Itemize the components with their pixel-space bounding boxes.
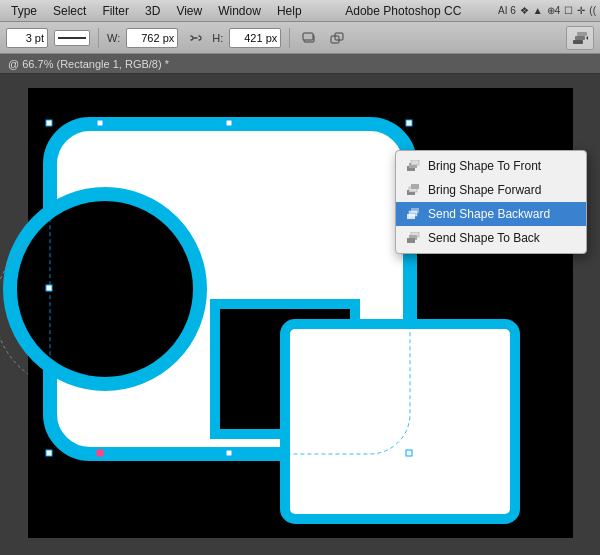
svg-rect-32 (407, 214, 415, 219)
width-label: W: (107, 32, 120, 44)
stroke-input[interactable] (6, 28, 48, 48)
send-shape-backward-item[interactable]: Send Shape Backward (396, 202, 586, 226)
arrange-icon (572, 30, 588, 46)
bring-front-icon (406, 158, 422, 174)
display-icon: ☐ (564, 5, 573, 16)
ai-icon: AI 6 (498, 5, 516, 16)
svg-rect-15 (46, 120, 52, 126)
svg-rect-5 (575, 36, 585, 40)
canvas-area: Bring Shape To Front Bring Shape Forward (0, 74, 600, 555)
app-title: Adobe Photoshop CC (311, 4, 497, 18)
link-icon (188, 31, 202, 45)
menu-view[interactable]: View (169, 2, 209, 20)
merge-icon (330, 31, 344, 45)
send-backward-label: Send Shape Backward (428, 207, 550, 221)
menu-filter[interactable]: Filter (95, 2, 136, 20)
bring-shape-to-front-item[interactable]: Bring Shape To Front (396, 154, 586, 178)
svg-rect-29 (411, 184, 419, 189)
height-input[interactable] (229, 28, 281, 48)
arrange-button[interactable] (566, 26, 594, 50)
separator-1 (98, 28, 99, 48)
link-dimensions-button[interactable] (184, 27, 206, 49)
menu-help[interactable]: Help (270, 2, 309, 20)
svg-rect-21 (46, 285, 52, 291)
svg-rect-26 (411, 160, 419, 165)
separator-2 (289, 28, 290, 48)
send-back-icon (406, 230, 422, 246)
svg-marker-7 (586, 36, 588, 40)
document-tab[interactable]: @ 66.7% (Rectangle 1, RGB/8) * (0, 54, 600, 74)
menu-3d[interactable]: 3D (138, 2, 167, 20)
svg-rect-4 (573, 40, 583, 44)
menu-window[interactable]: Window (211, 2, 268, 20)
svg-rect-6 (577, 32, 587, 36)
bring-front-label: Bring Shape To Front (428, 159, 541, 173)
document-tab-label: @ 66.7% (Rectangle 1, RGB/8) * (8, 58, 169, 70)
arrange-context-menu: Bring Shape To Front Bring Shape Forward (395, 150, 587, 254)
move-icon: ✛ (577, 5, 585, 16)
send-shape-to-back-item[interactable]: Send Shape To Back (396, 226, 586, 250)
send-backward-icon (406, 206, 422, 222)
wifi-icon: (( (589, 5, 596, 16)
drive-icon: ▲ (533, 5, 543, 16)
stroke-preview[interactable] (54, 30, 90, 46)
bring-forward-icon (406, 182, 422, 198)
svg-rect-35 (407, 238, 415, 243)
svg-rect-18 (406, 450, 412, 456)
svg-rect-13 (285, 324, 515, 519)
path-new-layer-button[interactable] (298, 27, 320, 49)
svg-rect-17 (46, 450, 52, 456)
width-input[interactable] (126, 28, 178, 48)
svg-rect-22 (97, 450, 103, 456)
svg-rect-1 (303, 33, 313, 40)
new-layer-icon (302, 31, 316, 45)
svg-rect-23 (97, 120, 103, 126)
svg-rect-16 (406, 120, 412, 126)
menu-select[interactable]: Select (46, 2, 93, 20)
bring-forward-label: Bring Shape Forward (428, 183, 541, 197)
options-bar: W: H: (0, 22, 600, 54)
stroke-line-icon (58, 37, 86, 39)
send-back-label: Send Shape To Back (428, 231, 540, 245)
svg-rect-20 (226, 450, 232, 456)
stroke-field (6, 28, 48, 48)
dropbox-icon: ❖ (520, 5, 529, 16)
cc-icon: ⊕4 (547, 5, 561, 16)
menu-type[interactable]: Type (4, 2, 44, 20)
menu-bar: Type Select Filter 3D View Window Help A… (0, 0, 600, 22)
svg-rect-19 (226, 120, 232, 126)
path-merge-button[interactable] (326, 27, 348, 49)
artwork-canvas (0, 74, 600, 555)
height-label: H: (212, 32, 223, 44)
bring-shape-forward-item[interactable]: Bring Shape Forward (396, 178, 586, 202)
menu-right-icons: AI 6 ❖ ▲ ⊕4 ☐ ✛ (( (498, 5, 596, 16)
